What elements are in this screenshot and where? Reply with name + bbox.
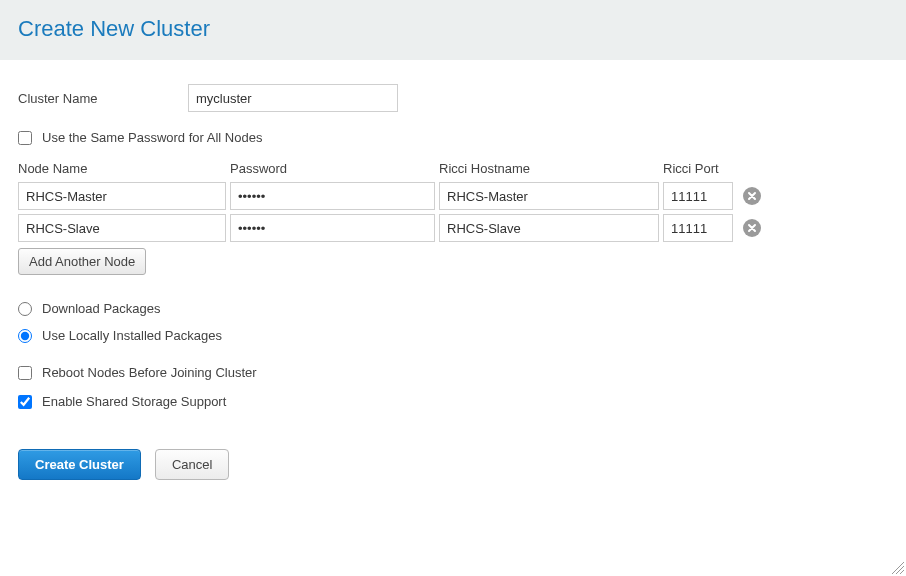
nodes-table: Node Name Password Ricci Hostname Ricci … [18, 161, 888, 275]
same-password-checkbox[interactable] [18, 131, 32, 145]
nodes-header-row: Node Name Password Ricci Hostname Ricci … [18, 161, 888, 176]
options-block: Download Packages Use Locally Installed … [18, 301, 888, 409]
col-header-password: Password [230, 161, 435, 176]
same-password-label[interactable]: Use the Same Password for All Nodes [42, 130, 262, 145]
node-row [18, 214, 888, 242]
col-header-node-name: Node Name [18, 161, 226, 176]
create-cluster-button[interactable]: Create Cluster [18, 449, 141, 480]
ricci-port-input[interactable] [663, 182, 733, 210]
cancel-button[interactable]: Cancel [155, 449, 229, 480]
add-node-button[interactable]: Add Another Node [18, 248, 146, 275]
ricci-hostname-input[interactable] [439, 182, 659, 210]
node-name-input[interactable] [18, 182, 226, 210]
col-header-ricci-port: Ricci Port [663, 161, 733, 176]
ricci-port-input[interactable] [663, 214, 733, 242]
local-packages-radio[interactable] [18, 329, 32, 343]
cluster-name-input[interactable] [188, 84, 398, 112]
svg-line-2 [900, 570, 904, 574]
shared-storage-row: Enable Shared Storage Support [18, 394, 888, 409]
actions-row: Create Cluster Cancel [18, 449, 888, 480]
delete-node-icon[interactable] [743, 187, 761, 205]
ricci-hostname-input[interactable] [439, 214, 659, 242]
node-row [18, 182, 888, 210]
download-packages-radio[interactable] [18, 302, 32, 316]
local-packages-label[interactable]: Use Locally Installed Packages [42, 328, 222, 343]
reboot-nodes-row: Reboot Nodes Before Joining Cluster [18, 365, 888, 380]
node-password-input[interactable] [230, 214, 435, 242]
node-name-input[interactable] [18, 214, 226, 242]
delete-node-icon[interactable] [743, 219, 761, 237]
page-title: Create New Cluster [18, 16, 888, 42]
download-packages-label[interactable]: Download Packages [42, 301, 161, 316]
reboot-nodes-checkbox[interactable] [18, 366, 32, 380]
col-header-ricci-hostname: Ricci Hostname [439, 161, 659, 176]
resize-handle-icon[interactable] [888, 558, 904, 574]
shared-storage-checkbox[interactable] [18, 395, 32, 409]
shared-storage-label[interactable]: Enable Shared Storage Support [42, 394, 226, 409]
same-password-row: Use the Same Password for All Nodes [18, 130, 888, 145]
download-packages-row: Download Packages [18, 301, 888, 316]
dialog-header: Create New Cluster [0, 0, 906, 60]
cluster-name-row: Cluster Name [18, 84, 888, 112]
svg-line-1 [896, 566, 904, 574]
reboot-nodes-label[interactable]: Reboot Nodes Before Joining Cluster [42, 365, 257, 380]
dialog-content: Cluster Name Use the Same Password for A… [0, 60, 906, 498]
cluster-name-label: Cluster Name [18, 91, 188, 106]
local-packages-row: Use Locally Installed Packages [18, 328, 888, 343]
node-password-input[interactable] [230, 182, 435, 210]
